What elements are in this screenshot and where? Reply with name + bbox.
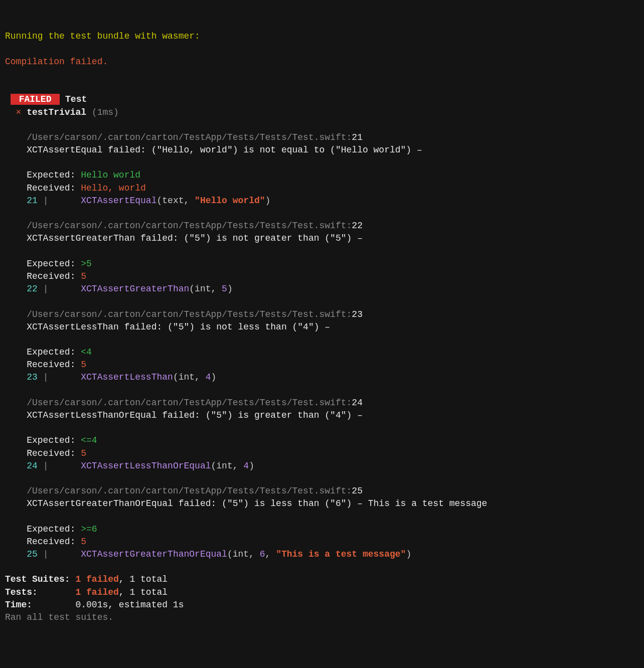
code-line-num: 23: [27, 372, 38, 382]
code-line-num: 25: [27, 549, 38, 559]
expected-value: >5: [81, 259, 92, 269]
received-value: 5: [81, 448, 86, 458]
code-fn: XCTAssertGreaterThanOrEqual: [81, 549, 227, 559]
expected-label: Expected:: [27, 259, 75, 269]
test-name: testTrivial: [27, 107, 86, 117]
received-label: Received:: [27, 271, 75, 281]
file-line: 25: [352, 486, 363, 496]
received-label: Received:: [27, 360, 75, 370]
failure-msg: XCTAssertLessThanOrEqual failed: ("5") i…: [27, 410, 363, 420]
received-label: Received:: [27, 183, 75, 193]
file-line: 21: [352, 132, 363, 142]
code-line-num: 21: [27, 196, 38, 206]
summary-time-label: Time:: [5, 600, 70, 610]
code-fn: XCTAssertGreaterThan: [81, 284, 189, 294]
suite-name: Test: [65, 94, 87, 104]
file-path: /Users/carson/.carton/carton/TestApp/Tes…: [27, 398, 346, 408]
failed-badge: FAILED: [11, 94, 60, 105]
file-path: /Users/carson/.carton/carton/TestApp/Tes…: [27, 309, 346, 319]
code-line-num: 24: [27, 461, 38, 471]
summary-ran: Ran all test suites.: [5, 612, 113, 622]
file-path: /Users/carson/.carton/carton/TestApp/Tes…: [27, 486, 346, 496]
code-num: 4: [243, 461, 249, 471]
expected-value: <4: [81, 347, 92, 357]
header-compilation: Compilation failed.: [5, 57, 108, 67]
code-num: 6: [260, 549, 265, 559]
expected-label: Expected:: [27, 435, 75, 445]
code-fn: XCTAssertLessThanOrEqual: [81, 461, 211, 471]
summary-suites-fail: 1 failed: [75, 574, 118, 584]
file-line: 23: [352, 309, 363, 319]
test-time: (1ms): [92, 107, 119, 117]
summary-tests-label: Tests:: [5, 587, 70, 597]
expected-value: <=4: [81, 435, 97, 445]
summary-time-value: 0.001s, estimated 1s: [75, 600, 184, 610]
file-path: /Users/carson/.carton/carton/TestApp/Tes…: [27, 221, 346, 231]
received-value: 5: [81, 360, 86, 370]
cross-icon: ×: [16, 107, 22, 117]
received-label: Received:: [27, 537, 75, 547]
code-string: "This is a test message": [276, 549, 406, 559]
file-line: 22: [352, 221, 363, 231]
expected-value: >=6: [81, 524, 97, 534]
code-num: 4: [206, 372, 211, 382]
expected-label: Expected:: [27, 524, 75, 534]
received-value: 5: [81, 537, 86, 547]
expected-label: Expected:: [27, 170, 75, 180]
received-label: Received:: [27, 448, 75, 458]
failure-msg: XCTAssertGreaterThanOrEqual failed: ("5"…: [27, 498, 487, 509]
expected-label: Expected:: [27, 347, 75, 357]
code-line-num: 22: [27, 284, 38, 294]
expected-value: Hello world: [81, 170, 140, 180]
failure-msg: XCTAssertLessThan failed: ("5") is not l…: [27, 322, 330, 332]
failure-msg: XCTAssertGreaterThan failed: ("5") is no…: [27, 233, 363, 243]
failure-msg: XCTAssertEqual failed: ("Hello, world") …: [27, 145, 422, 155]
code-fn: XCTAssertEqual: [81, 196, 156, 206]
received-value: 5: [81, 271, 86, 281]
file-line: 24: [352, 398, 363, 408]
summary-tests-fail: 1 failed: [75, 587, 118, 597]
received-value: Hello, world: [81, 183, 146, 193]
code-string: "Hello world": [195, 196, 265, 206]
summary-suites-label: Test Suites:: [5, 574, 70, 584]
code-num: 5: [222, 284, 227, 294]
header-running: Running the test bundle with wasmer:: [5, 31, 200, 41]
file-path: /Users/carson/.carton/carton/TestApp/Tes…: [27, 132, 346, 142]
code-fn: XCTAssertLessThan: [81, 372, 173, 382]
